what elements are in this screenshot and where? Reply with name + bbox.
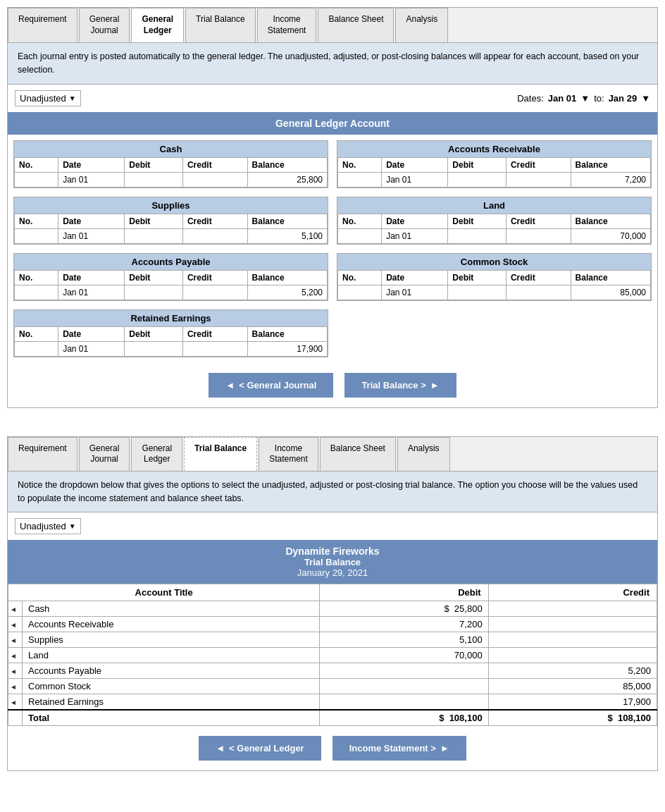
tab2-requirement[interactable]: Requirement [8, 437, 77, 471]
tb-header-row: Account Title Debit Credit [8, 584, 657, 601]
tab2-income-statement[interactable]: IncomeStatement [259, 437, 318, 471]
dropdown-from-icon[interactable]: ▼ [580, 93, 590, 104]
row-icon: ◄ [8, 663, 23, 679]
filter-dropdown[interactable]: Unadjusted ▼ [15, 90, 81, 106]
table-row: Jan 01 17,900 [15, 341, 328, 356]
col-balance: Balance [247, 157, 327, 172]
col-account-title: Account Title [8, 584, 320, 601]
prev-general-ledger-button[interactable]: ◄ < General Ledger [199, 736, 321, 761]
col-no: No. [338, 157, 382, 172]
tab2-balance-sheet[interactable]: Balance Sheet [320, 437, 396, 471]
tab-trial-balance[interactable]: Trial Balance [185, 8, 256, 42]
section2-trial-balance: Requirement GeneralJournal GeneralLedger… [7, 436, 658, 772]
tab-analysis[interactable]: Analysis [395, 8, 448, 42]
supplies-header: Supplies [14, 197, 328, 214]
row-icon: ◄ [8, 601, 23, 617]
row-icon: ◄ [8, 617, 23, 632]
col-credit-header: Credit [488, 584, 657, 601]
row-icon: ◄ [8, 648, 23, 663]
tab2-general-journal[interactable]: GeneralJournal [79, 437, 130, 471]
gl-account-retained-earnings: Retained Earnings No. Date Debit Credit … [13, 309, 328, 357]
next2-icon: ► [440, 743, 449, 753]
table-row: Jan 01 25,800 [15, 172, 328, 187]
list-item: ◄ Accounts Receivable 7,200 [8, 617, 657, 632]
dates-control: Dates: Jan 01 ▼ to: Jan 29 ▼ [517, 93, 650, 104]
land-header: Land [337, 197, 651, 214]
list-item: ◄ Accounts Payable 5,200 [8, 663, 657, 679]
section1-tabs: Requirement GeneralJournal GeneralLedger… [8, 8, 657, 43]
trial-balance-table: Account Title Debit Credit ◄ Cash $ 25,8… [8, 584, 657, 726]
section1-general-ledger: Requirement GeneralJournal GeneralLedger… [7, 7, 658, 408]
col-debit: Debit [448, 157, 506, 172]
tab2-trial-balance[interactable]: Trial Balance [184, 437, 257, 471]
prev-icon: ◄ [225, 380, 235, 390]
tab-income-statement[interactable]: IncomeStatement [257, 8, 317, 42]
table-row: Jan 01 7,200 [338, 172, 651, 187]
section2-controls: Unadjusted ▼ [8, 512, 657, 540]
tab-general-journal[interactable]: GeneralJournal [79, 8, 130, 42]
col-date: Date [382, 157, 448, 172]
col-date: Date [58, 157, 125, 172]
tab2-analysis[interactable]: Analysis [397, 437, 450, 471]
tb-header: Dynamite Fireworks Trial Balance January… [8, 540, 657, 584]
tab-requirement[interactable]: Requirement [8, 8, 77, 42]
list-item: ◄ Cash $ 25,800 [8, 601, 657, 617]
gl-account-land: Land No. Date Debit Credit Balance [337, 197, 652, 245]
table-row: Jan 01 5,100 [15, 228, 328, 243]
row-icon: ◄ [8, 632, 23, 648]
dropdown-arrow-icon: ▼ [69, 94, 76, 102]
next-trial-balance-button[interactable]: Trial Balance > ► [344, 373, 456, 398]
cash-header: Cash [14, 141, 328, 157]
table-row: Jan 01 70,000 [338, 228, 651, 243]
gl-accounts-grid: Cash No. Date Debit Credit Balance [8, 135, 657, 363]
gl-account-cash: Cash No. Date Debit Credit Balance [13, 140, 328, 188]
row-icon: ◄ [8, 679, 23, 694]
list-item: ◄ Retained Earnings 17,900 [8, 694, 657, 710]
col-balance: Balance [571, 157, 650, 172]
gl-account-ar: Accounts Receivable No. Date Debit Credi… [337, 140, 652, 188]
retained-earnings-header: Retained Earnings [14, 310, 328, 326]
trial-balance-content: Dynamite Fireworks Trial Balance January… [8, 540, 657, 726]
table-row: Jan 01 5,200 [15, 285, 328, 300]
common-stock-header: Common Stock [337, 254, 651, 270]
section1-nav-buttons: ◄ < General Journal Trial Balance > ► [8, 363, 657, 407]
list-item: ◄ Supplies 5,100 [8, 632, 657, 648]
tab-balance-sheet[interactable]: Balance Sheet [318, 8, 394, 42]
col-credit: Credit [182, 157, 247, 172]
tab-general-ledger[interactable]: GeneralLedger [131, 8, 184, 42]
col-debit: Debit [125, 157, 183, 172]
gl-account-supplies: Supplies No. Date Debit Credit Balance [13, 197, 328, 245]
col-no: No. [15, 157, 58, 172]
row-icon: ◄ [8, 694, 23, 710]
next-income-statement-button[interactable]: Income Statement > ► [332, 736, 466, 761]
section2-info: Notice the dropdown below that gives the… [8, 472, 657, 513]
filter-dropdown2[interactable]: Unadjusted ▼ [15, 518, 81, 534]
table-row: Jan 01 85,000 [338, 285, 651, 300]
gl-account-common-stock: Common Stock No. Date Debit Credit Balan… [337, 253, 652, 301]
section2-nav-buttons: ◄ < General Ledger Income Statement > ► [8, 726, 657, 770]
col-credit: Credit [506, 157, 571, 172]
prev2-icon: ◄ [216, 743, 225, 753]
next-icon: ► [430, 380, 440, 390]
list-item: ◄ Land 70,000 [8, 648, 657, 663]
ar-header: Accounts Receivable [337, 141, 651, 157]
total-row: Total $ 108,100 $ 108,100 [8, 710, 657, 726]
section2-tabs: Requirement GeneralJournal GeneralLedger… [8, 437, 657, 472]
gl-account-title: General Ledger Account [8, 112, 657, 135]
gl-account-ap: Accounts Payable No. Date Debit Credit B… [13, 253, 328, 301]
section1-info: Each journal entry is posted automatical… [8, 43, 657, 85]
list-item: ◄ Common Stock 85,000 [8, 679, 657, 694]
dropdown-to-icon[interactable]: ▼ [641, 93, 650, 104]
prev-general-journal-button[interactable]: ◄ < General Journal [209, 373, 333, 398]
section1-controls: Unadjusted ▼ Dates: Jan 01 ▼ to: Jan 29 … [8, 85, 657, 112]
col-debit-header: Debit [320, 584, 488, 601]
tab2-general-ledger[interactable]: GeneralLedger [131, 437, 182, 471]
ap-header: Accounts Payable [14, 254, 328, 270]
dropdown-arrow2-icon: ▼ [69, 522, 76, 530]
